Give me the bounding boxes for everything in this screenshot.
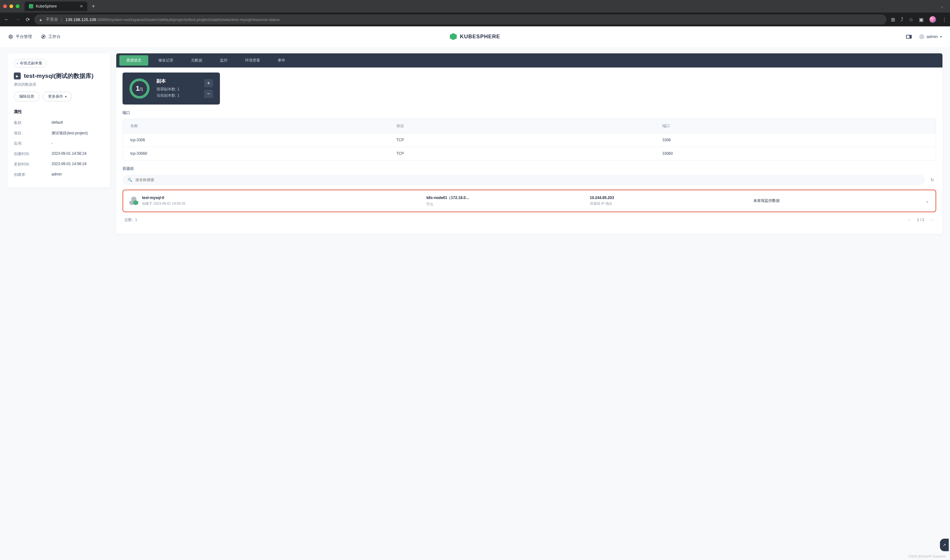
tab-close-icon[interactable]: ✕	[80, 4, 83, 8]
attr-val: 2023-09-01 14:56:24	[51, 151, 86, 157]
edit-button[interactable]: 编辑信息	[14, 92, 40, 102]
search-icon: 🔍	[128, 178, 132, 182]
replica-decrease-button[interactable]: −	[204, 90, 213, 98]
user-avatar-icon	[919, 34, 924, 39]
attr-val: admin	[51, 172, 62, 177]
pods-search-bar: 🔍 ↻	[122, 175, 936, 185]
security-label: 不安全	[46, 17, 58, 22]
pod-icon	[130, 197, 138, 205]
profile-avatar[interactable]	[929, 16, 936, 23]
back-button[interactable]: ←	[3, 17, 10, 22]
brand[interactable]: KUBESPHERE	[450, 33, 500, 40]
url-text: 139.198.125.108:30880/system-workspace/c…	[65, 17, 279, 22]
gear-icon	[8, 34, 13, 39]
statefulset-icon	[14, 72, 21, 79]
pagination: 总数: 1 ← 1 / 1 →	[122, 217, 936, 223]
refresh-button[interactable]: ↻	[928, 175, 936, 184]
share-icon[interactable]: ⤴	[901, 17, 903, 22]
next-page-button[interactable]: →	[930, 217, 934, 222]
tab-monitoring[interactable]: 监控	[211, 53, 236, 68]
browser-tab[interactable]: KubeSphere ✕	[25, 2, 87, 11]
maximize-window-button[interactable]	[16, 5, 20, 8]
tab-metadata[interactable]: 元数据	[182, 53, 211, 68]
total-label: 总数:	[124, 217, 133, 222]
pod-ip-label: 容器组 IP 地址	[590, 201, 750, 206]
pod-ip: 10.244.85.203	[590, 195, 750, 200]
brand-logo-icon	[450, 33, 457, 40]
current-label: 当前副本数:	[156, 93, 176, 98]
url-bar[interactable]: ▲ 不安全 | 139.198.125.108:30880/system-wor…	[34, 14, 887, 25]
chevron-left-icon: ‹	[17, 61, 18, 66]
page-nav: ← 1 / 1 →	[907, 217, 934, 222]
browser-menu-icon[interactable]: ⋮	[942, 17, 947, 23]
close-window-button[interactable]	[3, 5, 7, 8]
ports-table: 名称 协议 端口 tcp-3306 TCP 3306 tcp-33060 TCP…	[122, 118, 936, 160]
content-area: 1/1 副本 期望副本数: 1 当前副本数: 1 + − 端口 名称 协议	[116, 68, 942, 228]
breadcrumb-back[interactable]: ‹ 有状态副本集	[14, 59, 46, 68]
tab-resource-status[interactable]: 资源状态	[119, 55, 148, 66]
total-count: 总数: 1	[124, 217, 907, 223]
more-button[interactable]: 更多操作▾	[43, 92, 72, 102]
attr-key: 项目:	[14, 131, 51, 136]
search-input-wrap[interactable]: 🔍	[122, 175, 925, 185]
ratio-total: 1	[141, 87, 143, 92]
pod-monitor: 未发现监控数据	[753, 198, 913, 203]
url-separator: |	[61, 17, 62, 22]
user-name: admin	[927, 34, 938, 39]
port-number: 3306	[662, 138, 928, 142]
new-tab-button[interactable]: +	[92, 3, 95, 10]
tab-strip: KubeSphere ✕ + ⌄	[0, 0, 950, 12]
tabs-dropdown-icon[interactable]: ⌄	[941, 4, 944, 8]
main-panel: 资源状态 修改记录 元数据 监控 环境变量 事件 1/1 副本 期望副本数: 1…	[116, 53, 942, 234]
detail-sidebar: ‹ 有状态副本集 test-mysql(测试的数据库) 测试的数据库 编辑信息 …	[8, 53, 110, 188]
current-row: 当前副本数: 1	[156, 92, 179, 98]
attr-row: 项目:测试项目(test-project)	[14, 128, 104, 138]
expand-pod-button[interactable]: ⌄	[917, 198, 929, 203]
attr-row: 集群:default	[14, 118, 104, 128]
pod-name: test-mysql-0	[142, 195, 185, 200]
platform-menu[interactable]: 平台管理	[8, 34, 32, 40]
pod-card[interactable]: test-mysql-0 创建于 2023-09-01 14:56:26 k8s…	[122, 189, 936, 212]
bookmark-icon[interactable]: ☆	[909, 17, 913, 23]
replica-ring: 1/1	[130, 78, 150, 98]
reload-button[interactable]: ⟳	[26, 17, 30, 23]
tab-env[interactable]: 环境变量	[236, 53, 269, 68]
minimize-window-button[interactable]	[9, 5, 13, 8]
pod-name-cell: test-mysql-0 创建于 2023-09-01 14:56:26	[130, 195, 423, 206]
svg-marker-2	[42, 36, 44, 37]
url-host: 139.198.125.108	[65, 17, 96, 22]
more-label: 更多操作	[48, 94, 63, 99]
action-buttons: 编辑信息 更多操作▾	[14, 92, 104, 102]
compass-icon	[41, 34, 46, 39]
tab-bar: 资源状态 修改记录 元数据 监控 环境变量 事件	[116, 53, 942, 68]
ports-section-title: 端口	[122, 110, 936, 115]
prev-page-button[interactable]: ←	[907, 217, 911, 222]
total-value: 1	[135, 217, 137, 222]
attr-val: 测试项目(test-project)	[51, 131, 88, 136]
tab-revisions[interactable]: 修改记录	[150, 53, 182, 68]
port-name: tcp-33060	[130, 151, 396, 156]
port-proto: TCP	[396, 138, 663, 142]
panel-icon[interactable]: ▣	[919, 17, 924, 23]
breadcrumb-label: 有状态副本集	[20, 61, 42, 66]
desired-label: 期望副本数:	[156, 87, 176, 91]
platform-label: 平台管理	[16, 34, 32, 40]
browser-chrome: KubeSphere ✕ + ⌄ ← → ⟳ ▲ 不安全 | 139.198.1…	[0, 0, 950, 26]
replica-increase-button[interactable]: +	[204, 79, 213, 87]
port-row: tcp-33060 TCP 33060	[123, 146, 936, 160]
replica-steppers: + −	[204, 79, 213, 98]
toolbox-icon[interactable]	[906, 35, 911, 38]
col-proto: 协议	[396, 123, 663, 129]
workbench-menu[interactable]: 工作台	[41, 34, 61, 40]
port-number: 33060	[662, 151, 928, 156]
search-input[interactable]	[136, 178, 920, 182]
replica-title: 副本	[156, 78, 179, 84]
attr-val: default	[51, 120, 63, 126]
translate-icon[interactable]: ⊞	[891, 17, 895, 23]
ratio-current: 1	[136, 85, 139, 92]
url-path: :30880/system-workspace/clusters/default…	[96, 17, 280, 22]
tab-events[interactable]: 事件	[269, 53, 294, 68]
user-menu[interactable]: admin ▾	[919, 34, 942, 39]
forward-button[interactable]: →	[14, 17, 22, 22]
workbench-label: 工作台	[48, 34, 61, 40]
